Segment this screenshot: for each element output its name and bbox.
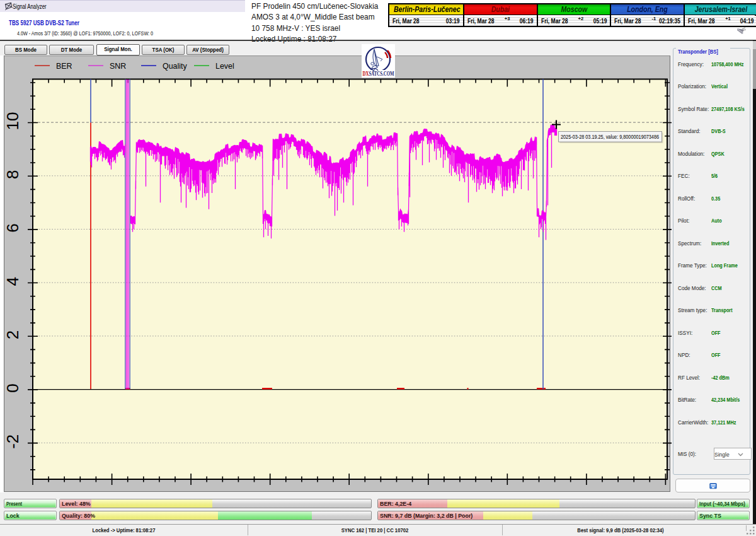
svg-text:2025-03-28 03.19.25, value: 9,: 2025-03-28 03.19.25, value: 9,8000001907… bbox=[561, 134, 659, 140]
svg-text:DXSATCS.COM: DXSATCS.COM bbox=[363, 71, 394, 77]
svg-text:4: 4 bbox=[3, 277, 22, 286]
svg-text:2: 2 bbox=[3, 330, 22, 339]
svg-text:10: 10 bbox=[3, 112, 22, 131]
svg-text:6: 6 bbox=[3, 223, 22, 232]
svg-text:8: 8 bbox=[3, 170, 22, 179]
svg-text:-2: -2 bbox=[3, 434, 22, 449]
svg-text:0: 0 bbox=[3, 383, 22, 392]
